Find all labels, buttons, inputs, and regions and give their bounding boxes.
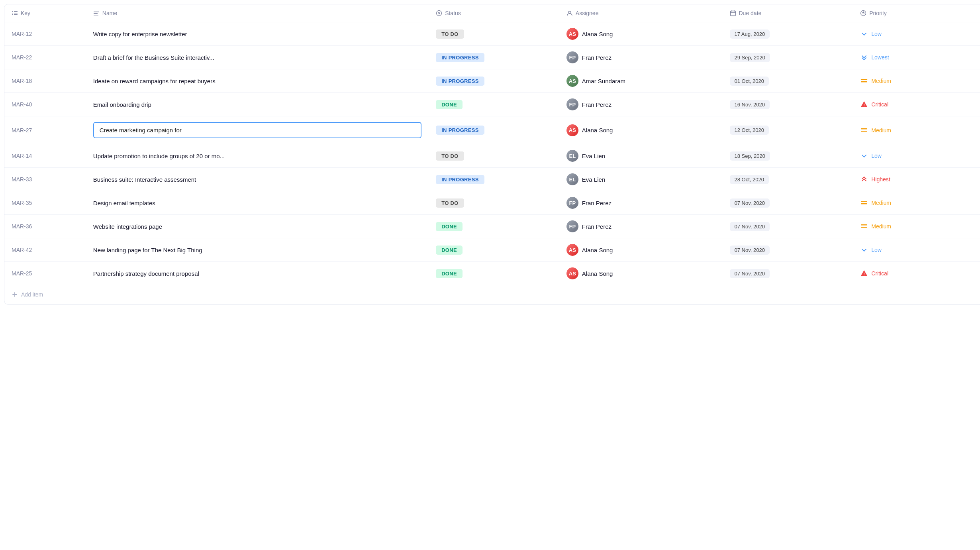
cell-name[interactable]: Business suite: Interactive assessment [86,168,429,191]
cell-duedate[interactable]: 12 Oct, 2020 [723,116,853,144]
col-header-priority[interactable]: Priority [853,4,980,22]
table-row: MAR-14Update promotion to include groups… [4,144,980,168]
cell-status[interactable]: IN PROGRESS [429,116,559,144]
cell-status[interactable]: TO DO [429,22,559,46]
cell-duedate[interactable]: 07 Nov, 2020 [723,191,853,215]
cell-name[interactable]: Design email templates [86,191,429,215]
priority-header-label: Priority [869,10,887,16]
cell-priority[interactable]: Medium [853,191,980,215]
cell-duedate[interactable]: 07 Nov, 2020 [723,238,853,262]
due-date-badge[interactable]: 16 Nov, 2020 [730,100,770,109]
cell-priority[interactable]: Low [853,144,980,168]
name-edit-input[interactable] [93,122,421,138]
add-item-button[interactable]: Add item [12,291,976,298]
cell-name[interactable]: Update promotion to include groups of 20… [86,144,429,168]
due-date-badge[interactable]: 28 Oct, 2020 [730,175,769,184]
priority-label: Highest [871,176,890,183]
name-text: Partnership strategy document proposal [93,270,199,277]
cell-status[interactable]: DONE [429,93,559,116]
due-date-badge[interactable]: 01 Oct, 2020 [730,77,769,86]
due-date-badge[interactable]: 18 Sep, 2020 [730,151,770,161]
cell-status[interactable]: TO DO [429,144,559,168]
col-header-name[interactable]: Name [86,4,429,22]
name-text: Write copy for enterprise newsletter [93,31,187,37]
cell-priority[interactable]: Medium [853,69,980,93]
cell-status[interactable]: DONE [429,215,559,238]
cell-duedate[interactable]: 07 Nov, 2020 [723,262,853,285]
cell-status[interactable]: DONE [429,238,559,262]
due-date-badge[interactable]: 12 Oct, 2020 [730,126,769,135]
status-badge[interactable]: DONE [436,246,463,255]
due-date-badge[interactable]: 29 Sep, 2020 [730,53,770,62]
cell-duedate[interactable]: 07 Nov, 2020 [723,215,853,238]
cell-name[interactable]: New landing page for The Next Big Thing [86,238,429,262]
cell-priority[interactable]: Lowest [853,46,980,69]
col-header-assignee[interactable]: Assignee [559,4,723,22]
cell-priority[interactable]: Medium [853,116,980,144]
cell-key: MAR-40 [4,93,86,116]
col-header-duedate[interactable]: Due date [723,4,853,22]
col-header-status[interactable]: Status [429,4,559,22]
cell-duedate[interactable]: 29 Sep, 2020 [723,46,853,69]
table-row: MAR-40Email onboarding dripDONEFPFran Pe… [4,93,980,116]
cell-name[interactable]: Email onboarding drip [86,93,429,116]
cell-key: MAR-33 [4,168,86,191]
svg-rect-2 [12,13,13,14]
status-badge[interactable]: IN PROGRESS [436,77,484,86]
due-date-badge[interactable]: 07 Nov, 2020 [730,198,770,208]
status-badge[interactable]: TO DO [436,151,464,161]
cell-name[interactable]: Write copy for enterprise newsletter [86,22,429,46]
cell-priority[interactable]: Critical [853,262,980,285]
cell-status[interactable]: TO DO [429,191,559,215]
svg-rect-0 [12,11,13,12]
cell-duedate[interactable]: 17 Aug, 2020 [723,22,853,46]
add-item-row[interactable]: Add item [4,285,980,304]
table-row: MAR-22Draft a brief for the Business Sui… [4,46,980,69]
cell-assignee: ELEva Lien [559,168,723,191]
cell-key: MAR-12 [4,22,86,46]
cell-name[interactable]: Draft a brief for the Business Suite int… [86,46,429,69]
svg-point-15 [864,106,864,106]
avatar: EL [566,150,578,162]
cell-priority[interactable]: Low [853,238,980,262]
status-badge[interactable]: IN PROGRESS [436,126,484,135]
cell-status[interactable]: DONE [429,262,559,285]
cell-duedate[interactable]: 16 Nov, 2020 [723,93,853,116]
cell-duedate[interactable]: 01 Oct, 2020 [723,69,853,93]
cell-status[interactable]: IN PROGRESS [429,46,559,69]
status-badge[interactable]: DONE [436,222,463,231]
assignee-name: Eva Lien [582,153,605,159]
status-badge[interactable]: TO DO [436,198,464,208]
cell-name[interactable] [86,116,429,144]
table-row: MAR-18Ideate on reward campaigns for rep… [4,69,980,93]
cell-status[interactable]: IN PROGRESS [429,69,559,93]
status-badge[interactable]: DONE [436,100,463,109]
due-date-badge[interactable]: 07 Nov, 2020 [730,269,770,278]
cell-duedate[interactable]: 28 Oct, 2020 [723,168,853,191]
svg-rect-20 [861,224,867,226]
due-date-badge[interactable]: 07 Nov, 2020 [730,222,770,231]
status-badge[interactable]: IN PROGRESS [436,53,484,62]
cell-priority[interactable]: Highest [853,168,980,191]
cell-name[interactable]: Partnership strategy document proposal [86,262,429,285]
svg-rect-8 [94,15,98,16]
cell-duedate[interactable]: 18 Sep, 2020 [723,144,853,168]
col-header-key[interactable]: Key [4,4,86,22]
cell-priority[interactable]: Medium [853,215,980,238]
name-header-label: Name [102,10,117,16]
priority-critical-icon [860,100,868,108]
status-badge[interactable]: TO DO [436,29,464,39]
cell-status[interactable]: IN PROGRESS [429,168,559,191]
assignee-name: Fran Perez [582,200,612,206]
cell-name[interactable]: Ideate on reward campaigns for repeat bu… [86,69,429,93]
cell-key: MAR-18 [4,69,86,93]
cell-priority[interactable]: Critical [853,93,980,116]
priority-low-icon [860,246,868,254]
due-date-badge[interactable]: 07 Nov, 2020 [730,246,770,255]
cell-priority[interactable]: Low [853,22,980,46]
priority-low-icon [860,30,868,38]
cell-name[interactable]: Website integrations page [86,215,429,238]
due-date-badge[interactable]: 17 Aug, 2020 [730,29,770,39]
status-badge[interactable]: IN PROGRESS [436,175,484,184]
status-badge[interactable]: DONE [436,269,463,278]
